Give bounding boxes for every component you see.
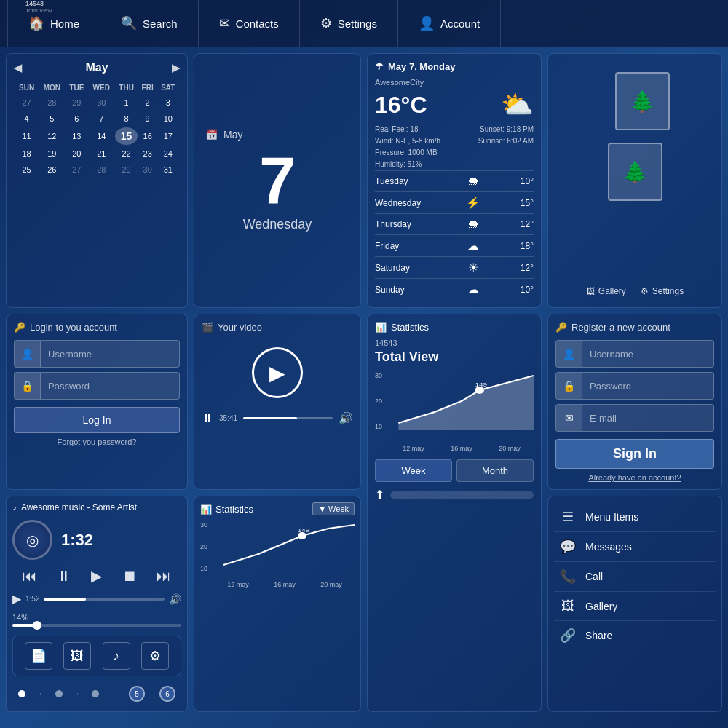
calendar-day[interactable]: 20: [66, 146, 87, 161]
forgot-password-link[interactable]: Forgot you password?: [14, 438, 180, 446]
register-email-input[interactable]: [582, 413, 713, 424]
calendar-day[interactable]: 6: [66, 111, 87, 126]
calendar-day[interactable]: 26: [39, 162, 64, 177]
calendar-day[interactable]: 8: [115, 111, 137, 126]
gallery-menu-icon: 🖼: [558, 598, 578, 614]
calendar-day[interactable]: 23: [139, 146, 157, 161]
calendar-day[interactable]: 28: [39, 95, 64, 110]
video-volume-icon[interactable]: 🔊: [339, 411, 353, 425]
calendar-day[interactable]: 13: [66, 127, 87, 145]
register-title: 🔑 Register a new account: [555, 322, 714, 333]
wstats-month-tab[interactable]: Month: [456, 459, 534, 482]
calendar-day[interactable]: 12: [39, 127, 64, 145]
icon-settings[interactable]: ⚙: [141, 642, 169, 670]
calendar-day[interactable]: 11: [15, 127, 38, 145]
calendar-day[interactable]: 30: [89, 95, 114, 110]
badge-6[interactable]: 6: [159, 686, 175, 702]
register-password-input[interactable]: [582, 381, 713, 392]
stats-total-desc: Total View: [25, 7, 52, 14]
menu-item-call[interactable]: 📞 Call: [554, 562, 716, 592]
gallery-panel: 🌲 🌲 🖼 Gallery ⚙ Settings: [547, 53, 722, 308]
nav-home[interactable]: 🏠 Home: [7, 0, 100, 47]
register-username-input[interactable]: [582, 349, 713, 360]
calendar-day[interactable]: 30: [139, 162, 157, 177]
calendar-day[interactable]: 22: [115, 146, 137, 161]
calendar-day[interactable]: 29: [115, 162, 137, 177]
video-progress-bar[interactable]: [243, 417, 333, 419]
calendar-day[interactable]: 10: [158, 111, 178, 126]
calendar-day[interactable]: 17: [158, 127, 178, 145]
calendar-day[interactable]: 27: [15, 95, 38, 110]
calendar-day[interactable]: 19: [39, 146, 64, 161]
music-progress-row: ▶ 1:52 🔊: [12, 592, 181, 606]
range-thumb[interactable]: [33, 621, 41, 630]
music-stop-button[interactable]: ⏹: [122, 568, 137, 585]
stats-x-labels: 12 may16 may20 may: [215, 581, 355, 588]
svg-marker-2: [398, 376, 534, 430]
music-prev-button[interactable]: ⏮: [23, 568, 37, 585]
icon-music[interactable]: ♪: [103, 642, 130, 670]
register-password-row: 🔒: [555, 372, 714, 400]
calendar-day[interactable]: 16: [139, 127, 157, 145]
stats-total: 14543: [25, 0, 52, 7]
calendar-day[interactable]: 24: [158, 146, 178, 161]
stats-week-badge[interactable]: ▼ Week: [312, 502, 355, 515]
nav-account[interactable]: 👤 Account: [398, 0, 501, 47]
menu-item-share[interactable]: 🔗 Share: [554, 621, 716, 650]
calendar-day[interactable]: 4: [15, 111, 38, 126]
nav-search[interactable]: 🔍 Search: [100, 0, 199, 47]
calendar-next[interactable]: ▶: [172, 62, 180, 74]
calendar-day[interactable]: 2: [139, 95, 157, 110]
video-play-button[interactable]: ▶: [252, 347, 303, 398]
calendar-day[interactable]: 27: [66, 162, 87, 177]
music-play-button[interactable]: ▶: [91, 567, 102, 585]
forecast-icon: ☁: [467, 239, 479, 253]
dot-2[interactable]: [55, 690, 63, 697]
calendar-day[interactable]: 5: [39, 111, 64, 126]
calendar-day[interactable]: 15: [115, 127, 137, 145]
music-pause-button[interactable]: ⏸: [57, 568, 71, 585]
pause-icon[interactable]: ⏸: [202, 412, 213, 425]
calendar-day[interactable]: 3: [158, 95, 178, 110]
calendar-day[interactable]: 1: [115, 95, 137, 110]
calendar-day[interactable]: 25: [15, 162, 38, 177]
icon-doc[interactable]: 📄: [25, 642, 52, 670]
login-button[interactable]: Log In: [14, 407, 180, 433]
music-next-button[interactable]: ⏭: [157, 568, 171, 585]
calendar-day[interactable]: 9: [139, 111, 157, 126]
icon-gallery[interactable]: 🖼: [63, 642, 91, 670]
calendar-day[interactable]: 28: [89, 162, 114, 177]
video-progress: ⏸ 35:41 🔊: [202, 411, 353, 425]
calendar-day[interactable]: 14: [89, 127, 114, 145]
weather-details: Real Feel: 18 Wind: N-E, 5-8 km/h Pressu…: [375, 124, 534, 170]
music-mini-play[interactable]: ▶: [12, 592, 21, 606]
gallery-settings-button[interactable]: ⚙ Settings: [641, 286, 684, 296]
menu-item-menu-items[interactable]: ☰ Menu Items: [554, 502, 716, 532]
gallery-button[interactable]: 🖼 Gallery: [586, 286, 626, 296]
nav-home-label: Home: [50, 17, 79, 30]
wstats-week-tab[interactable]: Week: [375, 459, 452, 482]
calendar-day[interactable]: 7: [89, 111, 114, 126]
calendar-day[interactable]: 29: [66, 95, 87, 110]
badge-5[interactable]: 5: [129, 686, 145, 702]
range-bar[interactable]: [12, 624, 181, 627]
navbar: 🏠 Home 🔍 Search ✉ Contacts ⚙ Settings 👤 …: [0, 0, 728, 47]
dot-3[interactable]: [92, 690, 99, 697]
already-account-link[interactable]: Already have an account?: [555, 473, 714, 482]
dot-1[interactable]: [18, 690, 25, 697]
music-progress-bar[interactable]: [44, 598, 165, 601]
login-username-input[interactable]: [41, 349, 179, 360]
music-volume-icon[interactable]: 🔊: [169, 593, 181, 605]
calendar-day[interactable]: 18: [15, 146, 38, 161]
signin-button[interactable]: Sign In: [555, 439, 714, 469]
calendar-day[interactable]: 31: [158, 162, 178, 177]
forecast-day: Sunday: [375, 285, 426, 295]
calendar-prev[interactable]: ◀: [14, 62, 22, 74]
calendar-day[interactable]: 21: [89, 146, 114, 161]
share-label: Share: [585, 630, 612, 641]
menu-item-gallery[interactable]: 🖼 Gallery: [554, 592, 716, 621]
menu-item-messages[interactable]: 💬 Messages: [554, 532, 716, 562]
nav-contacts[interactable]: ✉ Contacts: [199, 0, 300, 47]
nav-settings[interactable]: ⚙ Settings: [300, 0, 398, 47]
login-password-input[interactable]: [41, 381, 179, 392]
